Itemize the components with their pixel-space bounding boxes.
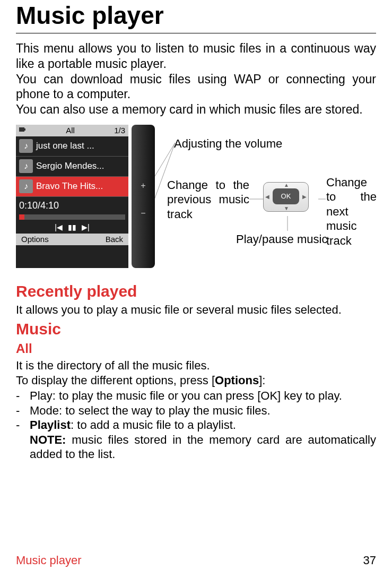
track-title: just one last ... <box>36 141 94 151</box>
prev-icon: |◀ <box>55 223 63 231</box>
arrow-right-icon: ▶ <box>302 194 307 200</box>
playlist-row-selected: ♪ Bravo The Hits... <box>16 177 128 197</box>
music-note-icon: ♪ <box>19 159 33 173</box>
softkey-options: Options <box>21 235 49 244</box>
all-p1: It is the directory of all the music fil… <box>16 359 210 372</box>
note-rest: music files stored in the memory card ar… <box>30 433 376 461</box>
svg-rect-6 <box>24 128 25 131</box>
progress-bar <box>19 214 125 220</box>
playlist-row: ♪ Sergio Mendes... <box>16 157 128 177</box>
diagram: All 1/3 ♪ just one last ... ♪ Sergio Men… <box>16 125 376 280</box>
track-title: Sergio Mendes... <box>36 161 104 171</box>
playback-controls: |◀ ▮▮ ▶| <box>16 223 128 234</box>
opt-playlist-rest: : to add a music file to a playlist. <box>71 418 236 432</box>
phone-playlist: ♪ just one last ... ♪ Sergio Mendes... ♪… <box>16 136 128 197</box>
minus-icon: − <box>140 210 147 217</box>
heading-recently-played: Recently played <box>16 282 376 300</box>
all-p2-post: ]: <box>259 374 265 387</box>
callout-prev: Change to the previous music track <box>167 178 249 222</box>
options-list: Play: to play the music file or you can … <box>16 389 376 433</box>
phone-screenshot: All 1/3 ♪ just one last ... ♪ Sergio Men… <box>16 125 128 268</box>
volume-rocker: + − <box>132 125 155 268</box>
playback-time: 0:10/4:10 <box>16 197 128 214</box>
heading-music: Music <box>16 320 376 338</box>
softkey-back: Back <box>106 235 123 244</box>
ok-label: OK <box>273 188 299 204</box>
intro-p2: You can download music files using WAP o… <box>16 72 376 102</box>
footer-page-number: 37 <box>363 554 376 567</box>
all-body: It is the directory of all the music fil… <box>16 358 376 387</box>
next-icon: ▶| <box>82 223 90 231</box>
intro-p3: You can also use a memory card in which … <box>16 102 376 117</box>
recently-played-body: It allows you to play a music file or se… <box>16 303 376 317</box>
plus-icon: + <box>140 182 147 189</box>
callout-play: Play/pause music <box>236 232 332 247</box>
pause-icon: ▮▮ <box>68 223 76 231</box>
all-p2-bold: Options <box>215 374 259 387</box>
page-title: Music player <box>16 0 376 33</box>
opt-mode: Mode: to select the way to play the musi… <box>16 403 376 418</box>
music-note-icon: ♪ <box>19 139 33 153</box>
heading-all: All <box>16 341 376 356</box>
callout-next: Change to the next music track <box>326 175 377 248</box>
track-title: Bravo The Hits... <box>36 181 103 192</box>
phone-top-label: All <box>66 126 75 135</box>
phone-status-bar: All 1/3 <box>16 125 128 136</box>
all-p2-pre: To display the different options, press … <box>16 374 215 387</box>
opt-playlist: Playlist: to add a music file to a playl… <box>16 418 376 433</box>
arrow-left-icon: ◀ <box>265 194 269 200</box>
note: NOTE: music files stored in the memory c… <box>16 433 376 462</box>
battery-icon <box>19 126 27 135</box>
note-bold: NOTE: <box>30 433 66 446</box>
intro-paragraphs: This menu allows you to listen to music … <box>16 41 376 117</box>
music-note-icon: ♪ <box>19 179 33 193</box>
arrow-down-icon: ▼ <box>284 205 289 211</box>
callout-volume: Adjusting the volume <box>174 136 333 151</box>
arrow-up-icon: ▲ <box>284 182 289 188</box>
intro-p1: This menu allows you to listen to music … <box>16 41 376 72</box>
ok-button-graphic: ▲ ▼ ◀ ▶ OK <box>255 178 318 216</box>
opt-playlist-bold: Playlist <box>30 418 71 432</box>
page-footer: Music player 37 <box>16 554 376 567</box>
opt-play: Play: to play the music file or you can … <box>16 389 376 403</box>
footer-section: Music player <box>16 554 81 567</box>
playlist-row: ♪ just one last ... <box>16 136 128 157</box>
phone-top-count: 1/3 <box>114 126 125 135</box>
svg-rect-5 <box>19 127 24 132</box>
phone-softkeys: Options Back <box>16 234 128 245</box>
